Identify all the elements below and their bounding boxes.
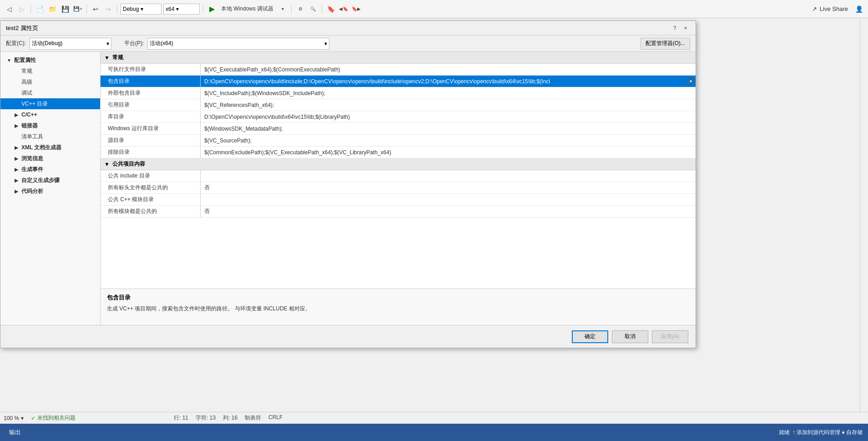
expand-icon-custom: ▶ (13, 178, 20, 183)
tree-label-manifest: 清单工具 (21, 133, 43, 141)
open-btn[interactable]: 📁 (47, 4, 58, 15)
config-chevron-icon: ▾ (106, 41, 109, 47)
dialog-title-buttons: ? × (670, 24, 690, 33)
prop-name-include-dir: 包含目录 (101, 76, 201, 87)
redo-btn[interactable]: ↪ (103, 4, 114, 15)
tree-label-debug: 调试 (21, 89, 32, 97)
platform-chevron-icon: ▾ (324, 41, 327, 47)
tree-item-xml-gen[interactable]: ▶ XML 文档生成器 (0, 142, 100, 153)
prop-name-extern-include: 外部包含目录 (101, 87, 201, 99)
prop-table: ▼ 常规 可执行文件目录 $(VC_ExecutablePath_x64);$(… (101, 52, 696, 289)
save-btn[interactable]: 💾 (60, 4, 71, 15)
config-label: 配置(C): (6, 40, 26, 47)
new-file-btn[interactable]: 📄 (34, 4, 45, 15)
prop-row-win-rt-lib[interactable]: Windows 运行库目录 $(WindowsSDK_MetadataPath)… (101, 123, 696, 135)
expand-icon-code: ▶ (13, 189, 20, 194)
debug-dropdown[interactable]: Debug ▾ (121, 4, 161, 15)
prop-row-include-dir[interactable]: 包含目录 D:\OpenCV\opencv\opencv\build\inclu… (101, 76, 696, 87)
prop-row-ref-dir[interactable]: 引用目录 $(VC_ReferencesPath_x64); (101, 99, 696, 111)
description-text: 生成 VC++ 项目期间，搜索包含文件时使用的路径。 与环境变量 INCLUDE… (107, 304, 689, 313)
prop-row-exclude-dir[interactable]: 排除目录 $(CommonExcludePath);$(VC_Executabl… (101, 147, 696, 158)
output-tab[interactable]: 输出 (5, 426, 25, 438)
forward-btn[interactable]: ▷ (16, 4, 27, 15)
bookmark-prev-btn[interactable]: ◀🔖 (338, 4, 349, 15)
prop-value-lib-dir: D:\OpenCV\opencv\opencv\build\x64\vc15\l… (201, 111, 696, 122)
source-control-action[interactable]: ↑ 添加到源代码管理 ♦ 自存储 (792, 429, 863, 436)
apply-btn[interactable]: 应用(A) (652, 330, 688, 343)
tree-label-xml-gen: XML 文档生成器 (21, 144, 61, 152)
prop-name-all-headers: 所有标头文件都是公共的 (101, 182, 201, 193)
undo-btn[interactable]: ↩ (90, 4, 101, 15)
run-chevron-btn[interactable]: ▾ (277, 4, 288, 15)
prop-name-win-rt-lib: Windows 运行库目录 (101, 123, 201, 134)
section-general-expand: ▼ (104, 55, 110, 61)
account-btn[interactable]: 👤 (853, 4, 864, 15)
check-label: 未找到相关问题 (37, 414, 76, 422)
prop-row-extern-include[interactable]: 外部包含目录 $(VC_IncludePath);$(WindowsSDK_In… (101, 87, 696, 99)
platform-label: 平台(P): (124, 40, 144, 47)
ok-btn[interactable]: 确定 (572, 330, 608, 343)
line-ending-info: CRLF (268, 414, 283, 422)
dialog-close-btn[interactable]: × (681, 24, 690, 33)
live-share-icon: ↗ (812, 5, 817, 12)
dialog-title: test2 属性页 (6, 24, 670, 32)
prop-value-extern-include: $(VC_IncludePath);$(WindowsSDK_IncludePa… (201, 87, 696, 99)
platform-dropdown[interactable]: 活动(x64) ▾ (147, 38, 329, 50)
config-manager-btn[interactable]: 配置管理器(O)... (641, 38, 690, 50)
prop-name-exclude-dir: 排除目录 (101, 147, 201, 158)
bookmark-next-btn[interactable]: 🔖▶ (351, 4, 362, 15)
dialog-help-btn[interactable]: ? (670, 24, 679, 33)
tree-label-build-events: 生成事件 (21, 166, 43, 173)
section-public-label: 公共项目内容 (112, 160, 145, 168)
include-dir-dropdown-btn[interactable]: ▾ (686, 77, 695, 86)
back-btn[interactable]: ◁ (4, 4, 15, 15)
tree-item-linker[interactable]: ▶ 链接器 (0, 120, 100, 131)
tree-item-advanced[interactable]: 高级 (0, 76, 100, 87)
tree-item-manifest[interactable]: 清单工具 (0, 131, 100, 142)
tree-item-build-events[interactable]: ▶ 生成事件 (0, 164, 100, 175)
prop-name-lib-dir: 库目录 (101, 111, 201, 122)
prop-row-public-include[interactable]: 公共 include 目录 (101, 170, 696, 182)
prop-value-text-lib: D:\OpenCV\opencv\opencv\build\x64\vc15\l… (204, 114, 350, 120)
prop-row-public-cpp[interactable]: 公共 C++ 模块目录 (101, 194, 696, 206)
dialog-body: ▼ 配置属性 常规 高级 调试 VC++ 目录 ▶ C/C++ (0, 52, 696, 325)
live-share-btn[interactable]: ↗ Live Share (812, 5, 848, 12)
prop-row-lib-dir[interactable]: 库目录 D:\OpenCV\opencv\opencv\build\x64\vc… (101, 111, 696, 123)
tools-btn2[interactable]: 🔍 (308, 4, 318, 15)
tree-item-debug[interactable]: 调试 (0, 87, 100, 98)
check-icon: ✓ (31, 415, 35, 421)
tree-item-code-analysis[interactable]: ▶ 代码分析 (0, 186, 100, 197)
section-public[interactable]: ▼ 公共项目内容 (101, 158, 696, 170)
tree-item-vc-dirs[interactable]: VC++ 目录 (0, 98, 100, 109)
save-all-btn[interactable]: 💾+ (72, 4, 83, 15)
bookmark-btn[interactable]: 🔖 (325, 4, 336, 15)
config-dropdown[interactable]: 活动(Debug) ▾ (30, 38, 111, 50)
tools-btn1[interactable]: ⚙ (295, 4, 306, 15)
prop-row-all-modules[interactable]: 所有模块都是公共的 否 (101, 206, 696, 218)
prop-value-text-all-headers: 否 (204, 184, 210, 192)
section-general[interactable]: ▼ 常规 (101, 52, 696, 64)
prop-value-text-all-modules: 否 (204, 208, 210, 215)
prop-row-src-dir[interactable]: 源目录 $(VC_SourcePath); (101, 135, 696, 147)
tree-item-browse[interactable]: ▶ 浏览信息 (0, 153, 100, 164)
debug-chevron: ▾ (141, 6, 143, 12)
tree-label-custom-step: 自定义生成步骤 (21, 177, 60, 184)
expand-icon: ▼ (6, 58, 12, 63)
run-btn[interactable]: ▶ (207, 4, 217, 15)
tree-item-cpp[interactable]: ▶ C/C++ (0, 109, 100, 120)
tree-item-custom-step[interactable]: ▶ 自定义生成步骤 (0, 175, 100, 186)
cancel-btn[interactable]: 取消 (612, 330, 648, 343)
zoom-control[interactable]: 100 % ▾ (4, 415, 24, 421)
status-info: 行: 11 字符: 13 列: 16 制表符 CRLF (174, 414, 283, 422)
tree-item-general[interactable]: 常规 (0, 66, 100, 76)
properties-dialog: test2 属性页 ? × 配置(C): 活动(Debug) ▾ 平台(P): … (0, 20, 696, 348)
prop-value-all-modules: 否 (201, 206, 696, 217)
prop-row-all-headers[interactable]: 所有标头文件都是公共的 否 (101, 182, 696, 194)
prop-row-exe-dir[interactable]: 可执行文件目录 $(VC_ExecutablePath_x64);$(Commo… (101, 64, 696, 76)
platform-dropdown[interactable]: x64 ▾ (163, 4, 200, 15)
tree-label-general: 常规 (21, 67, 32, 75)
prop-value-text-src: $(VC_SourcePath); (204, 137, 252, 144)
tree-item-config-props[interactable]: ▼ 配置属性 (0, 55, 100, 66)
expand-icon-browse: ▶ (13, 156, 20, 161)
config-bar: 配置(C): 活动(Debug) ▾ 平台(P): 活动(x64) ▾ 配置管理… (0, 35, 696, 52)
